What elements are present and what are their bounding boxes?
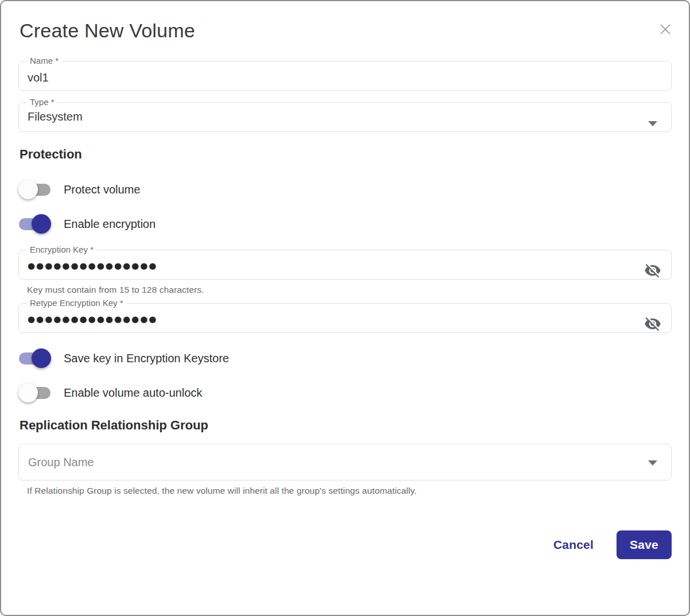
group-name-helper-text: If Relationship Group is selected, the n… [27, 486, 672, 496]
encryption-key-helper-text: Key must contain from 15 to 128 characte… [27, 285, 672, 295]
name-field[interactable]: Name * vol1 [18, 56, 672, 91]
retype-encryption-key-field[interactable]: Retype Encryption Key * ●●●●●●●●●●●●●●● [18, 298, 672, 333]
create-volume-dialog: Create New Volume Name * vol1 Type * Fil… [0, 0, 690, 616]
protect-volume-toggle[interactable] [18, 179, 51, 200]
group-name-select[interactable]: Group Name [18, 444, 672, 481]
chevron-down-icon [648, 121, 657, 126]
encryption-key-field[interactable]: Encryption Key * ●●●●●●●●●●●●●●● [18, 245, 672, 280]
auto-unlock-label: Enable volume auto-unlock [64, 386, 202, 400]
eye-slash-icon [644, 272, 661, 281]
save-key-keystore-row: Save key in Encryption Keystore [18, 348, 672, 369]
type-select-label: Type * [27, 97, 57, 107]
toggle-key-visibility-button[interactable] [644, 262, 662, 280]
enable-encryption-label: Enable encryption [64, 218, 156, 231]
encryption-key-masked-value: ●●●●●●●●●●●●●●● [28, 261, 663, 271]
protect-volume-label: Protect volume [64, 183, 140, 196]
replication-section-heading: Replication Relationship Group [20, 418, 672, 433]
toggle-thumb [32, 348, 51, 368]
toggle-thumb [32, 214, 51, 234]
type-select[interactable]: Type * Filesystem [18, 97, 672, 132]
chevron-down-icon [648, 460, 657, 466]
retype-encryption-key-label: Retype Encryption Key * [27, 298, 126, 308]
auto-unlock-row: Enable volume auto-unlock [18, 382, 672, 403]
enable-encryption-toggle[interactable] [18, 214, 51, 234]
encryption-key-label: Encryption Key * [27, 245, 96, 255]
name-field-value: vol1 [28, 71, 663, 84]
dialog-title: Create New Volume [20, 20, 672, 42]
toggle-thumb [18, 383, 38, 402]
retype-encryption-key-masked-value: ●●●●●●●●●●●●●●● [28, 314, 663, 324]
protection-section-heading: Protection [20, 147, 672, 162]
enable-encryption-row: Enable encryption [18, 214, 672, 234]
protect-volume-row: Protect volume [18, 179, 672, 200]
save-key-keystore-toggle[interactable] [18, 348, 51, 369]
close-icon [658, 30, 673, 38]
save-key-keystore-label: Save key in Encryption Keystore [64, 352, 229, 365]
toggle-thumb [18, 180, 38, 199]
dialog-footer: Cancel Save [18, 530, 672, 559]
group-name-placeholder: Group Name [28, 456, 94, 469]
type-select-value: Filesystem [28, 110, 663, 123]
close-button[interactable] [658, 22, 673, 37]
cancel-button[interactable]: Cancel [553, 538, 594, 552]
toggle-retype-key-visibility-button[interactable] [644, 315, 662, 334]
name-field-label: Name * [27, 56, 61, 66]
auto-unlock-toggle[interactable] [18, 382, 51, 403]
eye-slash-icon [644, 326, 661, 334]
save-button[interactable]: Save [617, 530, 672, 559]
